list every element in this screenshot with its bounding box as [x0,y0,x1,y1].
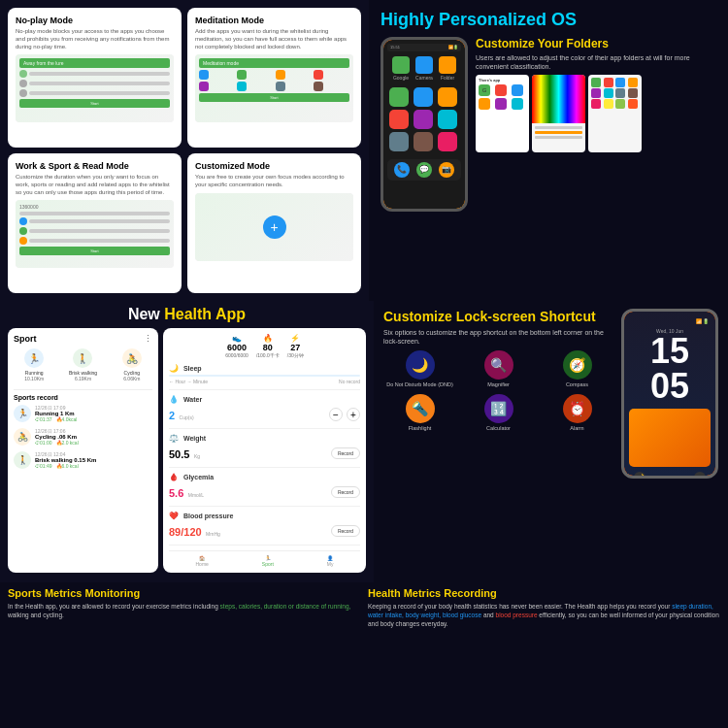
bp-metric: ❤️ Blood pressure 89/120 MmHg Record [169,512,360,546]
lockscreen-content: Customize Lock-screen Shortcut Six optio… [383,309,718,479]
work-sport-read-card: Work & Sport & Read Mode Customize the d… [8,153,182,293]
bp-record-btn[interactable]: Record [331,525,360,537]
water-metric: 💧 Water 2 Cup(s) − + [169,395,360,429]
focus-modes-grid: No-play Mode No-play mode blocks your ac… [0,0,369,301]
app-icon [389,110,409,129]
record-running-stats: ⏱01:37 🔥4.0kcal [35,416,152,422]
sports-metrics-desc: In the Health app, you are allowed to re… [8,602,360,619]
glycemia-icon: 🩸 [169,473,179,481]
water-controls[interactable]: − + [329,408,360,421]
weight-record-btn[interactable]: Record [331,447,360,459]
bp-value-row: 89/120 MmHg Record [169,522,360,540]
folders-desc: Users are allowed to adjust the color of… [476,53,716,71]
phone-status-bar: 15:51📶🔋 [387,44,461,51]
nav-home[interactable]: 🏠 Home [196,555,209,567]
customized-desc: You are free to create your own focus mo… [195,174,353,189]
os-title-normal: Highly Per [381,10,467,29]
sport-header: Sport ⋮ [14,334,152,344]
flashlight-label: Flashlight [383,425,456,432]
water-icon: 💧 [169,395,179,404]
magnifier-label: Magnifier [462,381,535,388]
record-brisk-time: ⏱01:49 [35,463,52,469]
sport-screen: Sport ⋮ 🏃 Running 10.10Km 🚶 Brisk walkin… [8,328,158,573]
steps-stat: 👟 6000 6000/6000 [225,334,248,358]
record-cycle-time: ⏱01:00 [35,440,52,446]
app-icon [438,87,457,107]
running-icon: 🏃 [24,348,44,368]
activity-value: 27 [287,343,304,352]
dnd-label: Do Not Disturb Mode (DND) [383,381,456,388]
record-cycling-icon: 🚴 [14,428,31,446]
cycling-value: 6.06Km [112,376,152,381]
os-title-highlight: sonalized OS [467,10,577,29]
phone-lock-mockup: 📶 🔋 Wed, 10 Jun 15 05 🌙 [621,309,718,479]
color-picker-screen [532,75,585,152]
water-label: 💧 Water [169,395,360,404]
calories-stat: 🔥 80 /100.0千卡 [256,334,280,358]
record-running-icon: 🏃 [14,405,31,422]
health-title-highlight: Health App [164,306,246,322]
alarm-label: Alarm [541,425,613,432]
personalized-os-section: Highly Personalized OS 15:51📶🔋 Google [369,0,728,301]
no-play-title: No-play Mode [16,16,174,25]
record-brisk: 🚶 12/26日 12:04 Brisk walking 0.15 Km ⏱01… [14,451,152,469]
folder-screen-3 [588,75,642,152]
meditation-screen: Meditation mode Start [195,54,353,122]
health-metrics-title: Health Metrics Recording [368,587,720,599]
steps-total: 6000/6000 [225,352,248,358]
record-time: ⏱01:37 [35,416,52,422]
meditation-mode-card: Meditation Mode Add the apps you want to… [187,8,361,148]
lockscreen-desc: Six options to customize the app shortcu… [383,328,613,346]
nav-my[interactable]: 👤 My [327,555,334,567]
nav-sport[interactable]: 🏃 Sport [262,555,274,567]
bottom-section: Sports Metrics Monitoring In the Health … [0,582,728,728]
record-cycling-info: 12/26日 17:06 Cycling .06 Km ⏱01:00 🔥2.0 … [35,428,152,446]
lockscreen-title: Customize Lock-screen Shortcut [383,309,613,325]
steps-value: 6000 [225,343,248,352]
glycemia-value-row: 5.6 Mmol/L Record [169,483,360,501]
shortcut-compass: 🧭 Compass [541,350,613,388]
app-icon [389,87,409,107]
water-minus-btn[interactable]: − [329,408,343,421]
shortcut-alarm: ⏰ Alarm [541,394,613,432]
app-icons-grid [387,85,461,153]
record-cal: 🔥4.0kcal [56,416,78,422]
shortcut-magnifier: 🔍 Magnifier [462,350,535,388]
customized-screen: + [195,193,353,261]
glycemia-value-container: 5.6 Mmol/L [169,483,204,501]
water-plus-btn[interactable]: + [347,408,360,421]
no-play-screen: Away from the lure Start [16,54,174,122]
lock-time-hours: 15 [629,334,711,369]
cycling-icon: 🚴 [122,348,142,368]
record-cycling-stats: ⏱01:00 🔥2.0 kcal [35,440,152,446]
health-metrics-screen: 👟 6000 6000/6000 🔥 80 /100.0千卡 ⚡ 27 /30分… [163,328,366,573]
folders-section: Customize Your Folders Users are allowed… [476,37,716,212]
brisk-value: 6.19Km [62,376,103,381]
meditation-desc: Add the apps you want to during the whit… [195,28,353,50]
sleep-icon: 🌙 [169,364,179,373]
cal-value: 80 [256,343,280,352]
activity-icon: ⚡ [287,334,304,343]
compass-label: Compass [541,381,613,388]
health-section-title: New Health App [8,306,366,323]
health-screens-container: Sport ⋮ 🏃 Running 10.10Km 🚶 Brisk walkin… [8,328,366,573]
alarm-icon: ⏰ [563,394,592,423]
phone-mockup-main: 15:51📶🔋 Google Camera Fo [381,37,468,212]
magnifier-icon: 🔍 [484,350,513,380]
app-icon [414,132,433,151]
record-running: 🏃 12/26日 17:09 Running 1 Km ⏱01:37 🔥4.0k… [14,405,152,422]
sleep-bar [169,375,360,377]
phone-screen: 15:51📶🔋 Google Camera Fo [383,40,465,209]
customized-title: Customized Mode [195,161,353,171]
sleep-controls: ← Hour → Minute No record [169,379,360,384]
sports-metrics-title: Sports Metrics Monitoring [8,587,360,599]
phone-folders-container: 15:51📶🔋 Google Camera Fo [381,37,716,212]
sport-title: Sport [14,334,37,344]
top-section: No-play Mode No-play mode blocks your ac… [0,0,728,301]
shortcut-calculator: 🔢 Calculator [462,394,535,432]
glycemia-record-btn[interactable]: Record [331,486,360,498]
middle-section: New Health App Sport ⋮ 🏃 Running 10.10Km… [0,301,728,582]
health-nav-bar: 🏠 Home 🏃 Sport 👤 My [169,550,360,567]
health-metrics-col: Health Metrics Recording Keeping a recor… [368,587,720,723]
lock-time-container: 15 05 [629,334,711,404]
